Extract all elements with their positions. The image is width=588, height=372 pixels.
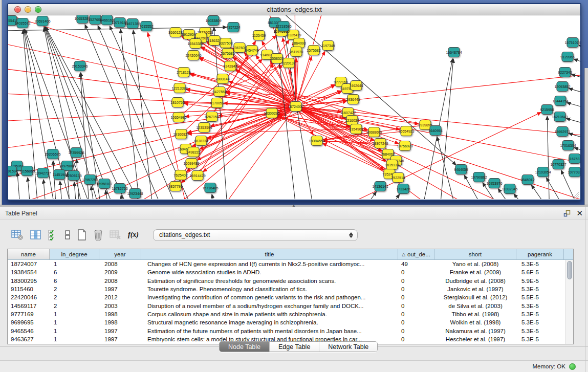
delete-column-button[interactable] — [93, 229, 103, 240]
tab-node-table[interactable]: Node Table — [220, 342, 269, 352]
graph-node[interactable]: 15692971 — [554, 127, 570, 137]
graph-node[interactable]: 9464059 — [454, 165, 468, 174]
tab-network-table[interactable]: Network Table — [319, 342, 377, 352]
graph-node[interactable]: 8454749 — [245, 46, 258, 55]
graph-node[interactable]: 16099489 — [183, 159, 199, 168]
graph-node[interactable]: 13942737 — [35, 168, 51, 178]
table-row[interactable]: 977716911998Corpus callosum shape and si… — [8, 310, 565, 318]
graph-node[interactable]: 9242843 — [223, 61, 237, 71]
graph-node[interactable]: 1640954 — [428, 126, 442, 136]
graph-node[interactable]: 1077032 — [568, 167, 580, 177]
column-header-short[interactable]: short — [434, 249, 516, 259]
graph-node[interactable]: 10756928 — [397, 141, 412, 151]
graph-node[interactable]: 12103054 — [535, 167, 551, 177]
graph-node[interactable]: 15751074 — [564, 38, 580, 48]
graph-node[interactable]: 10790862 — [471, 172, 487, 182]
graph-node[interactable]: 7615552 — [139, 21, 153, 31]
graph-node[interactable]: 9857791 — [168, 182, 182, 191]
table-row[interactable]: 911546021997Tourette syndrome. Phenomeno… — [8, 285, 565, 293]
graph-node[interactable]: 20206576 — [45, 149, 60, 159]
memory-status-indicator-icon[interactable] — [569, 363, 576, 370]
table-scrollbar[interactable] — [565, 260, 573, 344]
graph-node[interactable]: 8186328 — [207, 36, 221, 46]
graph-node[interactable]: 1558520 — [270, 54, 284, 63]
column-header-name[interactable]: name — [8, 249, 50, 259]
graph-node[interactable]: 1145194 — [53, 170, 67, 180]
graph-node[interactable]: 10770327 — [550, 160, 566, 169]
graph-node[interactable]: 1575682 — [307, 46, 320, 55]
graph-node[interactable]: 11156869 — [19, 166, 35, 176]
graph-node[interactable]: 14136141 — [372, 182, 388, 191]
column-header-title[interactable]: title — [141, 249, 398, 259]
graph-node[interactable]: 12353594 — [196, 123, 212, 133]
table-row[interactable]: 1830029562008Estimation of significance … — [8, 277, 565, 285]
graph-node[interactable]: 8660128 — [168, 28, 182, 37]
graph-node[interactable]: 1810755 — [170, 98, 184, 107]
table-row[interactable]: 969969511998Structural magnetic resonanc… — [8, 318, 565, 326]
graph-node[interactable]: 16033809 — [205, 16, 221, 26]
graph-node[interactable]: 15716485 — [202, 183, 218, 193]
graph-node[interactable]: 22420046 — [185, 51, 201, 60]
table-row[interactable]: 946554611997Estimation of the future num… — [8, 326, 565, 335]
graph-node[interactable]: 9845012 — [520, 175, 534, 185]
graph-node[interactable]: 6466163 — [100, 15, 114, 25]
table-selector-dropdown[interactable]: citations_edges.txt — [153, 229, 358, 241]
graph-node[interactable]: 9170051 — [210, 98, 224, 108]
graph-node[interactable]: 8267150 — [205, 112, 219, 122]
graph-node[interactable]: 12923448 — [127, 189, 143, 199]
graph-node[interactable]: 1167531 — [568, 154, 580, 164]
graph-node[interactable]: 9327508 — [219, 38, 232, 48]
window-resize-grip[interactable] — [573, 192, 579, 199]
table-row[interactable]: 1872400712008Changes of HCN gene express… — [8, 260, 565, 268]
graph-node[interactable]: 20153346 — [72, 61, 88, 71]
table-row[interactable]: 2242004622012Investigating the contribut… — [8, 293, 565, 301]
graph-node[interactable]: 16782753 — [112, 184, 127, 193]
function-builder-button[interactable]: f(x) — [128, 231, 139, 239]
row-height-button[interactable] — [64, 229, 71, 240]
graph-node[interactable]: 14671355 — [124, 19, 140, 29]
graph-node[interactable]: 18300295 — [264, 108, 279, 118]
graph-node[interactable]: 2803144 — [215, 74, 229, 84]
graph-node[interactable]: 9611970 — [290, 47, 303, 57]
graph-node[interactable]: 16958107 — [96, 179, 112, 189]
graph-node[interactable]: 7462644 — [349, 81, 363, 91]
column-header-out_degree[interactable]: △out_de... — [398, 249, 434, 259]
graph-node[interactable]: 10719185 — [112, 18, 127, 28]
graph-node[interactable]: 18807249 — [372, 139, 388, 148]
graph-node[interactable]: 9154969 — [349, 124, 363, 134]
graph-node[interactable]: 16543382 — [187, 39, 203, 49]
graph-node[interactable]: 8912954 — [182, 30, 195, 39]
graph-node[interactable]: 10653287 — [74, 15, 90, 24]
new-column-button[interactable] — [77, 229, 87, 240]
graph-node[interactable]: 2936441 — [346, 95, 360, 104]
graph-node[interactable]: 9427552 — [212, 87, 226, 97]
graph-node[interactable]: 1733426 — [396, 184, 410, 194]
network-window-titlebar[interactable]: citations_edges.txt — [8, 4, 580, 15]
graph-node[interactable]: 10975887 — [59, 161, 75, 171]
float-panel-button[interactable] — [563, 209, 571, 217]
graph-node[interactable]: 16914479 — [189, 171, 205, 181]
graph-node[interactable]: 16953976 — [486, 179, 502, 188]
graph-node[interactable]: 10688609 — [366, 127, 382, 137]
table-settings-button[interactable] — [11, 229, 24, 240]
graph-node[interactable]: 2367608 — [232, 43, 246, 53]
close-panel-button[interactable]: ✕ — [576, 209, 583, 217]
graph-node[interactable]: 12218586 — [275, 21, 291, 31]
graph-node[interactable]: 12093852 — [554, 82, 570, 92]
graph-node[interactable]: 2675685 — [221, 49, 234, 58]
graph-node[interactable]: 2718126 — [177, 68, 190, 77]
graph-node[interactable]: 19384554 — [309, 136, 324, 146]
column-header-in_degree[interactable]: in_degree — [50, 249, 99, 259]
graph-node[interactable]: 11032345 — [502, 184, 518, 194]
graph-node[interactable]: 17359928 — [68, 148, 84, 158]
graph-node[interactable]: 2522514 — [391, 173, 405, 183]
graph-node[interactable]: 7357224 — [226, 23, 240, 32]
graph-node[interactable]: 19166827 — [173, 129, 189, 139]
graph-node[interactable]: 12505135 — [66, 171, 81, 181]
graph-node[interactable]: 1527602 — [88, 15, 102, 25]
show-columns-button[interactable] — [30, 229, 42, 240]
graph-node[interactable]: 9215958 — [540, 105, 554, 115]
table-row[interactable]: 1456911722003Disruption of a novel membe… — [8, 301, 565, 310]
table-scrollbar-thumb[interactable] — [567, 261, 572, 279]
graph-node[interactable]: 16648784 — [446, 48, 462, 57]
